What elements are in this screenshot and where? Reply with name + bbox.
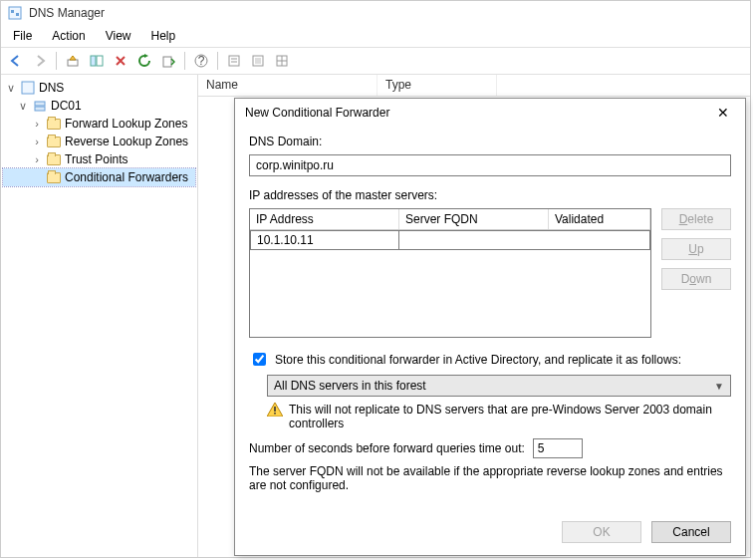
window-title: DNS Manager [29,6,105,20]
svg-rect-6 [163,57,171,67]
titlebar: DNS Manager [1,1,750,25]
store-in-ad-label: Store this conditional forwarder in Acti… [275,353,681,367]
masters-grid[interactable]: IP Address Server FQDN Validated 10.1.10… [249,208,651,338]
new-conditional-forwarder-dialog: New Conditional Forwarder ✕ DNS Domain: … [234,98,746,556]
menu-action[interactable]: Action [44,27,93,45]
col-type[interactable]: Type [377,75,497,96]
toolbar-separator [217,52,218,70]
grid-col-fqdn[interactable]: Server FQDN [399,209,549,229]
expand-icon[interactable]: ∨ [5,82,17,95]
grid-col-validated[interactable]: Validated [549,209,650,229]
dns-icon [21,81,35,95]
combo-value: All DNS servers in this forest [274,379,426,393]
export-button[interactable] [157,50,179,72]
forward-button[interactable] [29,50,51,72]
delete-master-button: Delete [661,208,731,230]
svg-rect-19 [35,107,45,111]
tree-cf[interactable]: Conditional Forwarders [3,168,195,186]
dns-domain-label: DNS Domain: [249,135,731,148]
tree-server[interactable]: ∨ DC01 [3,97,195,115]
list-header: Name Type [198,75,750,97]
svg-text:?: ? [198,54,205,68]
tree-label: Forward Lookup Zones [65,117,187,131]
fqdn-note: The server FQDN will not be available if… [249,464,731,492]
col-name[interactable]: Name [198,75,377,96]
svg-rect-3 [68,60,78,66]
svg-rect-9 [229,56,239,66]
timeout-label: Number of seconds before forward queries… [249,441,525,455]
svg-rect-5 [97,56,103,66]
menu-help[interactable]: Help [143,27,184,45]
move-up-button: Up [661,238,731,260]
tree-label: Trust Points [65,152,128,166]
tree-label: DNS [39,81,64,95]
ip-cell[interactable]: 10.1.10.11 [250,230,399,250]
menu-view[interactable]: View [98,27,139,45]
folder-icon [47,119,61,130]
refresh-button[interactable] [133,50,155,72]
help-button[interactable]: ? [190,50,212,72]
svg-rect-21 [274,413,276,415]
cancel-button[interactable]: Cancel [651,521,731,543]
svg-rect-1 [11,10,14,13]
expand-icon[interactable]: › [31,153,43,165]
up-button[interactable] [62,50,84,72]
grid-row[interactable]: 10.1.10.11 [250,230,650,250]
delete-button[interactable] [110,50,131,72]
warning-text: This will not replicate to DNS servers t… [289,403,731,430]
tree-pane[interactable]: ∨ DNS ∨ DC01 › Forward Lookup Zones › Re… [1,75,198,557]
tree-label: DC01 [51,99,82,113]
dialog-title: New Conditional Forwarder [245,106,389,120]
grid-header: IP Address Server FQDN Validated [250,209,650,230]
store-in-ad-checkbox[interactable] [253,353,266,366]
filter-2-button[interactable] [247,50,269,72]
svg-rect-4 [91,56,96,66]
svg-rect-18 [35,102,45,106]
expand-icon[interactable]: › [31,118,43,130]
ok-button: OK [562,521,641,543]
store-in-ad-row[interactable]: Store this conditional forwarder in Acti… [249,350,731,369]
folder-icon [47,154,61,165]
grid-cell-empty[interactable] [399,230,650,250]
expand-icon[interactable]: › [31,136,43,147]
tree-tp[interactable]: › Trust Points [3,150,195,168]
svg-rect-20 [274,407,276,412]
menu-file[interactable]: File [5,27,40,45]
svg-rect-17 [22,82,34,94]
svg-rect-2 [16,13,19,16]
grid-col-ip[interactable]: IP Address [250,209,399,229]
toolbar-separator [184,52,185,70]
move-down-button: Down [661,268,731,290]
show-hide-tree-button[interactable] [86,50,108,72]
masters-label: IP addresses of the master servers: [249,188,731,202]
dns-domain-input[interactable] [249,154,731,176]
svg-rect-13 [255,58,261,64]
expand-icon [31,171,43,183]
server-icon [33,99,47,113]
dialog-titlebar: New Conditional Forwarder ✕ [235,99,745,127]
folder-icon [47,137,61,147]
toolbar-separator [56,52,57,70]
tree-flz[interactable]: › Forward Lookup Zones [3,115,195,133]
app-icon [7,5,23,21]
menubar: File Action View Help [1,25,750,47]
chevron-down-icon: ▼ [714,381,724,392]
expand-icon[interactable]: ∨ [17,100,29,113]
toolbar: ? [1,47,750,75]
tree-label: Reverse Lookup Zones [65,135,188,148]
tree-rlz[interactable]: › Reverse Lookup Zones [3,133,195,150]
tree-root-dns[interactable]: ∨ DNS [3,79,195,97]
filter-1-button[interactable] [223,50,245,72]
close-icon[interactable]: ✕ [711,105,735,121]
timeout-input[interactable] [533,438,583,458]
replication-scope-combo[interactable]: All DNS servers in this forest ▼ [267,375,731,397]
tree-label: Conditional Forwarders [65,170,188,184]
back-button[interactable] [5,50,27,72]
svg-rect-0 [9,7,21,19]
filter-3-button[interactable] [271,50,293,72]
folder-icon [47,172,61,183]
warning-icon [267,403,283,417]
